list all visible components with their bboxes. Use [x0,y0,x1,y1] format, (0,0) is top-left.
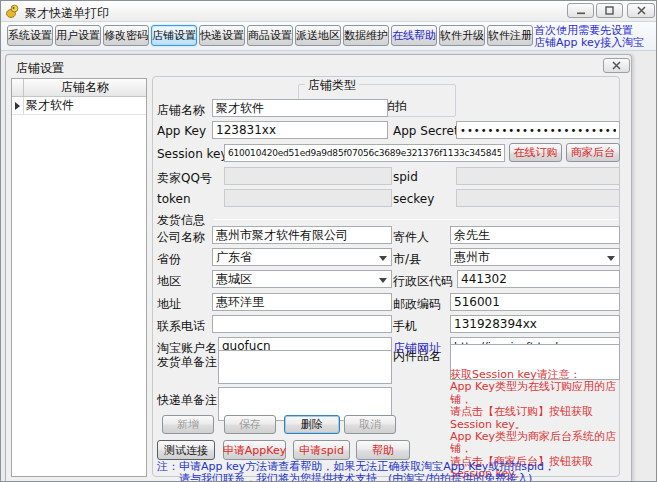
mobile-label: 手机 [393,318,417,335]
address-label: 地址 [157,296,181,313]
title-bar: 聚才快递单打印 [1,1,656,22]
row-selector-cell [12,97,24,114]
apply-appkey-button[interactable]: 申请AppKey [223,440,286,460]
chevron-down-icon [379,256,387,261]
spid-label: spid [393,170,418,184]
toolbar-software-register[interactable]: 软件注册 [487,25,533,46]
token-label: token [157,192,191,206]
toolbar-online-help[interactable]: 在线帮助 [391,25,437,46]
phone-input[interactable] [212,315,392,333]
minimize-button[interactable] [567,3,594,18]
app-window: 聚才快递单打印 系统设置 用户设置 修改密码 店铺设置 快递设置 商品设置 派送… [0,0,657,482]
sender-input[interactable] [450,226,620,244]
cancel-button[interactable]: 取消 [344,415,396,434]
session-key-input[interactable] [224,144,505,162]
main-toolbar: 系统设置 用户设置 修改密码 店铺设置 快递设置 商品设置 派送地区 数据维护 … [1,22,656,51]
test-connection-button[interactable]: 测试连接 [157,440,215,460]
shop-list-header-row: 店铺名称 [12,79,146,97]
first-use-hint: 首次使用需要先设置 店铺App key接入淘宝 [534,25,644,49]
area-code-label: 行政区代码 [393,273,453,290]
section-divider [214,219,618,220]
dialog-close-button[interactable] [603,58,630,73]
toolbar-change-password[interactable]: 修改密码 [103,25,149,46]
toolbar-shop-settings[interactable]: 店铺设置 [151,25,197,46]
shop-name-cell: 聚才软件 [24,97,146,114]
invoice-note-textarea[interactable] [218,350,392,384]
postcode-label: 邮政编码 [393,296,441,313]
mobile-input[interactable] [450,315,620,333]
current-row-arrow-icon [15,102,20,110]
toolbar-express-settings[interactable]: 快递设置 [199,25,245,46]
app-secret-label: App Secret [393,124,459,138]
city-combobox[interactable]: 惠州市 [450,248,620,266]
district-label: 地区 [157,273,181,290]
invoice-note-label: 发货单备注 [157,354,217,371]
chevron-down-icon [607,256,615,261]
help-button[interactable]: 帮助 [356,440,410,460]
close-icon [637,6,646,15]
app-secret-input[interactable] [456,121,620,139]
apply-spid-button[interactable]: 申请spid [293,440,350,460]
toolbar-software-upgrade[interactable]: 软件升级 [439,25,485,46]
save-button[interactable]: 保存 [224,415,276,434]
item-name-label: 内件品名 [393,348,441,365]
app-key-input[interactable] [212,121,388,139]
window-title: 聚才快递单打印 [25,5,109,22]
close-button[interactable] [627,3,655,18]
seckey-label: seckey [393,192,434,206]
seller-qq-input[interactable] [224,167,392,185]
maximize-icon [605,6,614,15]
online-order-button[interactable]: 在线订购 [509,143,562,162]
shop-name-input[interactable] [212,99,388,117]
shop-list-grid: 店铺名称 聚才软件 [11,78,147,477]
toolbar-data-maintenance[interactable]: 数据维护 [343,25,389,46]
area-code-input[interactable] [457,270,620,288]
shop-name-label: 店铺名称 [157,102,205,119]
session-key-label: Session key [157,147,228,161]
row-selector-header [12,79,24,96]
shop-list-row[interactable]: 聚才软件 [12,97,146,115]
province-combobox[interactable]: 广东省 [212,248,392,266]
shop-type-label: 店铺类型 [305,77,359,94]
company-input[interactable] [212,226,392,244]
appkey-footnote: 注：申请App key方法请查看帮助，如果无法正确获取淘宝App Key或拍拍s… [157,461,555,482]
minimize-icon [576,7,586,15]
district-combobox[interactable]: 惠城区 [212,270,392,288]
express-note-label: 快递单备注 [157,392,217,409]
shop-settings-dialog: 店铺设置 店铺名称 聚才软件 店铺类型 淘宝 拍拍 店铺名称 [5,54,632,482]
seckey-input[interactable] [456,189,620,207]
toolbar-delivery-area[interactable]: 派送地区 [295,25,341,46]
address-input[interactable] [212,293,392,311]
token-input[interactable] [224,189,392,207]
ship-info-section-label: 发货信息 [157,212,205,229]
toolbar-product-settings[interactable]: 商品设置 [247,25,293,46]
city-label: 市/县 [393,251,421,268]
chevron-down-icon [379,278,387,283]
dialog-close-icon [612,61,621,70]
merchant-backend-button[interactable]: 商家后台 [566,143,620,162]
spid-input[interactable] [456,167,620,185]
maximize-button[interactable] [596,3,623,18]
app-icon [6,4,20,18]
postcode-input[interactable] [450,293,620,311]
seller-qq-label: 卖家QQ号 [157,170,212,187]
shop-name-column-header: 店铺名称 [24,79,146,96]
company-label: 公司名称 [157,229,205,246]
dialog-title: 店铺设置 [16,60,64,77]
phone-label: 联系电话 [157,318,205,335]
app-key-label: App Key [157,124,206,138]
toolbar-system-settings[interactable]: 系统设置 [7,25,53,46]
delete-button[interactable]: 删除 [284,415,340,434]
add-button[interactable]: 新增 [162,415,214,434]
toolbar-user-settings[interactable]: 用户设置 [55,25,101,46]
sender-label: 寄件人 [393,229,429,246]
province-label: 省份 [157,251,181,268]
